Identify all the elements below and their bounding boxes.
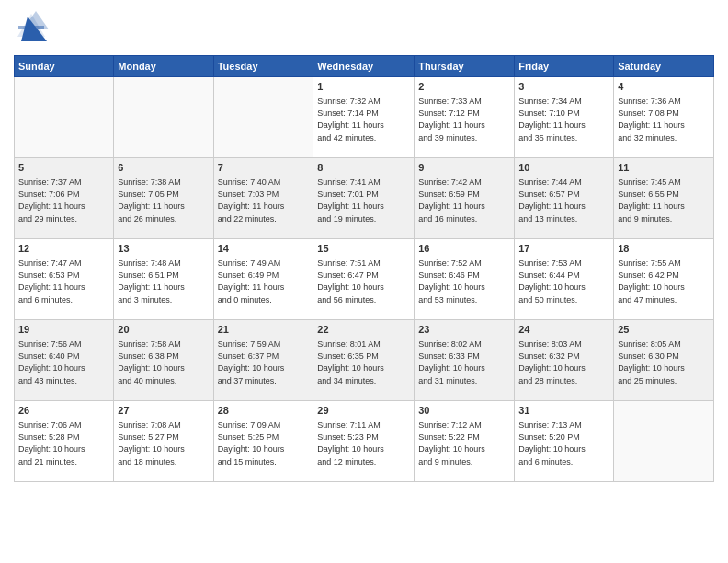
calendar-cell: 14Sunrise: 7:49 AM Sunset: 6:49 PM Dayli… — [213, 239, 313, 320]
calendar-cell: 26Sunrise: 7:06 AM Sunset: 5:28 PM Dayli… — [15, 401, 114, 482]
calendar-week-row: 26Sunrise: 7:06 AM Sunset: 5:28 PM Dayli… — [15, 401, 714, 482]
day-info: Sunrise: 7:49 AM Sunset: 6:49 PM Dayligh… — [218, 258, 310, 305]
calendar-cell: 8Sunrise: 7:41 AM Sunset: 7:01 PM Daylig… — [313, 158, 415, 239]
day-info: Sunrise: 7:13 AM Sunset: 5:20 PM Dayligh… — [518, 419, 609, 467]
day-number: 25 — [618, 323, 710, 337]
day-number: 5 — [18, 161, 109, 175]
day-number: 16 — [418, 242, 510, 256]
day-number: 15 — [317, 242, 410, 256]
weekday-header-tuesday: Tuesday — [213, 56, 313, 77]
day-info: Sunrise: 7:42 AM Sunset: 6:59 PM Dayligh… — [418, 177, 510, 224]
calendar-cell: 10Sunrise: 7:44 AM Sunset: 6:57 PM Dayli… — [515, 158, 614, 239]
day-number: 8 — [317, 161, 410, 175]
day-number: 10 — [518, 161, 609, 175]
calendar-cell: 21Sunrise: 7:59 AM Sunset: 6:37 PM Dayli… — [213, 320, 313, 401]
day-info: Sunrise: 7:48 AM Sunset: 6:51 PM Dayligh… — [118, 258, 209, 305]
calendar-week-row: 19Sunrise: 7:56 AM Sunset: 6:40 PM Dayli… — [15, 320, 714, 401]
calendar-cell — [114, 77, 213, 158]
day-info: Sunrise: 7:53 AM Sunset: 6:44 PM Dayligh… — [518, 258, 609, 305]
calendar-cell: 18Sunrise: 7:55 AM Sunset: 6:42 PM Dayli… — [614, 239, 714, 320]
day-number: 9 — [418, 161, 510, 175]
calendar-cell — [15, 77, 114, 158]
calendar-cell: 9Sunrise: 7:42 AM Sunset: 6:59 PM Daylig… — [415, 158, 515, 239]
day-number: 23 — [418, 323, 510, 337]
day-info: Sunrise: 7:44 AM Sunset: 6:57 PM Dayligh… — [518, 177, 609, 224]
day-number: 19 — [18, 323, 109, 337]
calendar-cell: 19Sunrise: 7:56 AM Sunset: 6:40 PM Dayli… — [15, 320, 114, 401]
calendar-cell: 15Sunrise: 7:51 AM Sunset: 6:47 PM Dayli… — [313, 239, 415, 320]
day-number: 27 — [118, 404, 209, 418]
day-info: Sunrise: 7:52 AM Sunset: 6:46 PM Dayligh… — [418, 258, 510, 305]
calendar-cell: 20Sunrise: 7:58 AM Sunset: 6:38 PM Dayli… — [114, 320, 213, 401]
calendar-cell: 17Sunrise: 7:53 AM Sunset: 6:44 PM Dayli… — [515, 239, 614, 320]
day-number: 4 — [618, 80, 710, 94]
calendar-cell — [213, 77, 313, 158]
calendar-cell: 4Sunrise: 7:36 AM Sunset: 7:08 PM Daylig… — [614, 77, 714, 158]
day-info: Sunrise: 7:11 AM Sunset: 5:23 PM Dayligh… — [317, 419, 410, 467]
day-info: Sunrise: 7:58 AM Sunset: 6:38 PM Dayligh… — [118, 339, 209, 386]
logo-icon — [14, 9, 49, 44]
day-info: Sunrise: 7:33 AM Sunset: 7:12 PM Dayligh… — [418, 96, 510, 144]
day-info: Sunrise: 7:45 AM Sunset: 6:55 PM Dayligh… — [618, 177, 710, 224]
day-number: 13 — [118, 242, 209, 256]
calendar-cell: 23Sunrise: 8:02 AM Sunset: 6:33 PM Dayli… — [415, 320, 515, 401]
page-container: SundayMondayTuesdayWednesdayThursdayFrid… — [0, 0, 728, 487]
day-number: 6 — [118, 161, 209, 175]
calendar-cell: 22Sunrise: 8:01 AM Sunset: 6:35 PM Dayli… — [313, 320, 415, 401]
day-number: 28 — [218, 404, 310, 418]
day-info: Sunrise: 7:37 AM Sunset: 7:06 PM Dayligh… — [18, 177, 109, 224]
day-number: 11 — [618, 161, 710, 175]
calendar-cell: 5Sunrise: 7:37 AM Sunset: 7:06 PM Daylig… — [15, 158, 114, 239]
day-info: Sunrise: 7:40 AM Sunset: 7:03 PM Dayligh… — [218, 177, 310, 224]
calendar-cell: 31Sunrise: 7:13 AM Sunset: 5:20 PM Dayli… — [515, 401, 614, 482]
day-number: 1 — [317, 80, 410, 94]
calendar-cell: 27Sunrise: 7:08 AM Sunset: 5:27 PM Dayli… — [114, 401, 213, 482]
day-info: Sunrise: 7:12 AM Sunset: 5:22 PM Dayligh… — [418, 419, 510, 467]
weekday-header-thursday: Thursday — [415, 56, 515, 77]
day-info: Sunrise: 8:01 AM Sunset: 6:35 PM Dayligh… — [317, 339, 410, 386]
day-info: Sunrise: 7:55 AM Sunset: 6:42 PM Dayligh… — [618, 258, 710, 305]
logo — [14, 9, 52, 48]
day-info: Sunrise: 7:51 AM Sunset: 6:47 PM Dayligh… — [317, 258, 410, 305]
calendar-cell: 11Sunrise: 7:45 AM Sunset: 6:55 PM Dayli… — [614, 158, 714, 239]
day-number: 20 — [118, 323, 209, 337]
weekday-header-wednesday: Wednesday — [313, 56, 415, 77]
day-number: 12 — [18, 242, 109, 256]
calendar-cell: 16Sunrise: 7:52 AM Sunset: 6:46 PM Dayli… — [415, 239, 515, 320]
day-number: 22 — [317, 323, 410, 337]
day-info: Sunrise: 7:36 AM Sunset: 7:08 PM Dayligh… — [618, 96, 710, 144]
day-info: Sunrise: 8:05 AM Sunset: 6:30 PM Dayligh… — [618, 339, 710, 386]
day-info: Sunrise: 7:59 AM Sunset: 6:37 PM Dayligh… — [218, 339, 310, 386]
day-number: 14 — [218, 242, 310, 256]
weekday-header-saturday: Saturday — [614, 56, 714, 77]
calendar-cell — [614, 401, 714, 482]
day-number: 29 — [317, 404, 410, 418]
weekday-header-monday: Monday — [114, 56, 213, 77]
day-number: 30 — [418, 404, 510, 418]
calendar-table: SundayMondayTuesdayWednesdayThursdayFrid… — [14, 55, 714, 482]
calendar-cell: 7Sunrise: 7:40 AM Sunset: 7:03 PM Daylig… — [213, 158, 313, 239]
day-number: 7 — [218, 161, 310, 175]
calendar-cell: 13Sunrise: 7:48 AM Sunset: 6:51 PM Dayli… — [114, 239, 213, 320]
calendar-cell: 28Sunrise: 7:09 AM Sunset: 5:25 PM Dayli… — [213, 401, 313, 482]
calendar-week-row: 1Sunrise: 7:32 AM Sunset: 7:14 PM Daylig… — [15, 77, 714, 158]
calendar-cell: 2Sunrise: 7:33 AM Sunset: 7:12 PM Daylig… — [415, 77, 515, 158]
day-info: Sunrise: 7:41 AM Sunset: 7:01 PM Dayligh… — [317, 177, 410, 224]
day-info: Sunrise: 8:02 AM Sunset: 6:33 PM Dayligh… — [418, 339, 510, 386]
calendar-cell: 25Sunrise: 8:05 AM Sunset: 6:30 PM Dayli… — [614, 320, 714, 401]
day-info: Sunrise: 8:03 AM Sunset: 6:32 PM Dayligh… — [518, 339, 609, 386]
day-number: 2 — [418, 80, 510, 94]
calendar-cell: 24Sunrise: 8:03 AM Sunset: 6:32 PM Dayli… — [515, 320, 614, 401]
day-info: Sunrise: 7:47 AM Sunset: 6:53 PM Dayligh… — [18, 258, 109, 305]
day-number: 18 — [618, 242, 710, 256]
day-info: Sunrise: 7:38 AM Sunset: 7:05 PM Dayligh… — [118, 177, 209, 224]
day-info: Sunrise: 7:34 AM Sunset: 7:10 PM Dayligh… — [518, 96, 609, 144]
calendar-cell: 3Sunrise: 7:34 AM Sunset: 7:10 PM Daylig… — [515, 77, 614, 158]
day-info: Sunrise: 7:32 AM Sunset: 7:14 PM Dayligh… — [317, 96, 410, 144]
weekday-header-friday: Friday — [515, 56, 614, 77]
calendar-week-row: 5Sunrise: 7:37 AM Sunset: 7:06 PM Daylig… — [15, 158, 714, 239]
day-info: Sunrise: 7:56 AM Sunset: 6:40 PM Dayligh… — [18, 339, 109, 386]
day-info: Sunrise: 7:08 AM Sunset: 5:27 PM Dayligh… — [118, 419, 209, 467]
day-number: 24 — [518, 323, 609, 337]
page-header — [14, 9, 714, 48]
